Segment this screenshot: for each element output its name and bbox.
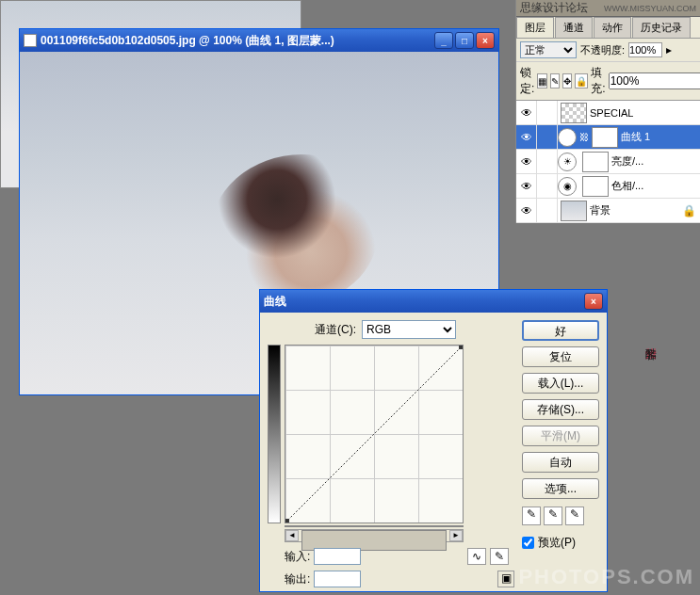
layer-name: 亮度/... [611,154,643,169]
curves-dialog: 曲线 × 通道(C): RGB ◄ ► [259,289,608,592]
fill-label: 填充: [591,65,605,97]
layer-name: 色相/... [611,179,643,193]
minimize-button[interactable]: _ [434,32,453,49]
mask-link-icon[interactable]: ⛓ [579,132,589,142]
scroll-left-icon[interactable]: ◄ [285,530,299,541]
expand-icon[interactable]: ▣ [497,571,514,587]
svg-line-0 [285,346,463,523]
mask-thumbnail[interactable] [582,176,609,197]
reset-button[interactable]: 复位 [522,346,599,367]
document-title: 001109f6fc5d0b102d0505.jpg @ 100% (曲线 1,… [41,33,434,49]
lock-all-icon[interactable]: 🔒 [575,73,588,88]
panel-watermark: WWW.MISSYUAN.COM [604,4,696,13]
tab-layers[interactable]: 图层 [516,17,554,38]
lock-icon: 🔒 [682,204,696,217]
ok-button[interactable]: 好 [522,320,599,341]
layer-name: SPECIAL [590,107,633,119]
hue-adj-icon: ◉ [558,177,577,196]
brightness-adj-icon: ☀ [558,153,577,171]
preview-checkbox[interactable] [522,537,534,549]
output-label: 输出: [285,571,310,587]
svg-rect-2 [459,346,463,349]
link-cell[interactable] [537,174,558,199]
channel-select[interactable]: RGB [362,320,456,339]
layers-list: 👁 SPECIAL 👁 ◐ ⛓ 曲线 1 👁 ☀ 亮度/... 👁 ◉ 色相/.… [516,101,700,223]
link-cell[interactable] [537,125,558,150]
layers-panel: 思缘设计论坛 WWW.MISSYUAN.COM 图层 通道 动作 历史记录 正常… [515,0,700,223]
input-field[interactable] [314,548,361,565]
layer-thumbnail[interactable] [561,103,587,123]
scroll-right-icon[interactable]: ► [449,530,463,541]
white-eyedropper-icon[interactable]: ✎ [565,507,584,525]
panel-tabs: 图层 通道 动作 历史记录 [516,17,700,39]
preview-label: 预览(P) [538,535,576,551]
graph-scrollbar[interactable]: ◄ ► [285,529,464,542]
visibility-icon[interactable]: 👁 [516,101,537,125]
panel-header-text: 思缘设计论坛 [520,0,588,16]
input-label: 输入: [285,549,310,565]
lock-brush-icon[interactable]: ✎ [550,73,560,88]
maximize-button[interactable]: □ [455,32,474,49]
visibility-icon[interactable]: 👁 [516,125,537,150]
panel-header: 思缘设计论坛 WWW.MISSYUAN.COM [516,0,700,17]
gray-eyedropper-icon[interactable]: ✎ [544,507,562,525]
opacity-label: 不透明度: [580,43,625,57]
curves-titlebar[interactable]: 曲线 × [260,290,607,313]
vertical-gradient [268,345,281,523]
curves-close-button[interactable]: × [584,293,603,310]
layer-row[interactable]: 👁 背景 🔒 [516,199,700,223]
layer-name: 曲线 1 [621,130,650,144]
curves-graph[interactable] [285,345,464,523]
fill-input[interactable] [609,72,700,89]
horizontal-gradient [285,525,464,527]
lock-move-icon[interactable]: ✥ [562,73,572,88]
visibility-icon[interactable]: 👁 [516,174,537,199]
layer-row[interactable]: 👁 ☀ 亮度/... [516,150,700,174]
link-cell[interactable] [537,101,558,125]
layer-row[interactable]: 👁 ◐ ⛓ 曲线 1 [516,125,700,150]
curves-adj-icon: ◐ [558,128,577,147]
layer-name: 背景 [590,203,610,217]
link-cell[interactable] [537,150,558,174]
load-button[interactable]: 载入(L)... [522,373,599,394]
document-titlebar[interactable]: 001109f6fc5d0b102d0505.jpg @ 100% (曲线 1,… [20,29,498,52]
opacity-input[interactable] [628,42,662,57]
options-button[interactable]: 选项... [522,478,599,499]
output-field[interactable] [314,571,361,587]
visibility-icon[interactable]: 👁 [516,199,537,223]
visibility-icon[interactable]: 👁 [516,150,537,174]
auto-button[interactable]: 自动 [522,452,599,473]
channel-label: 通道(C): [315,322,356,338]
layer-row[interactable]: 👁 SPECIAL [516,101,700,125]
layer-row[interactable]: 👁 ◉ 色相/... [516,174,700,199]
lock-transparent-icon[interactable]: ▦ [537,73,547,88]
document-icon [24,34,37,47]
smooth-button: 平滑(M) [522,426,599,446]
watermark: PHOTOPS.COM [518,565,694,589]
layer-thumbnail[interactable] [561,201,587,221]
save-button[interactable]: 存储(S)... [522,399,599,420]
lock-label: 锁定: [520,65,534,97]
pencil-tool-icon[interactable]: ✎ [490,548,509,565]
link-cell[interactable] [537,199,558,223]
black-eyedropper-icon[interactable]: ✎ [522,507,541,525]
mask-thumbnail[interactable] [582,152,609,172]
mask-thumbnail[interactable] [592,127,618,148]
tab-channels[interactable]: 通道 [555,17,593,38]
blend-mode-select[interactable]: 正常 [520,41,577,58]
tab-actions[interactable]: 动作 [594,17,631,38]
svg-rect-1 [285,519,289,523]
opacity-arrow-icon[interactable]: ▸ [666,43,672,56]
tab-history[interactable]: 历史记录 [632,17,691,38]
curve-tool-icon[interactable]: ∿ [467,548,486,565]
close-button[interactable]: × [476,32,495,49]
curves-title: 曲线 [264,294,584,310]
